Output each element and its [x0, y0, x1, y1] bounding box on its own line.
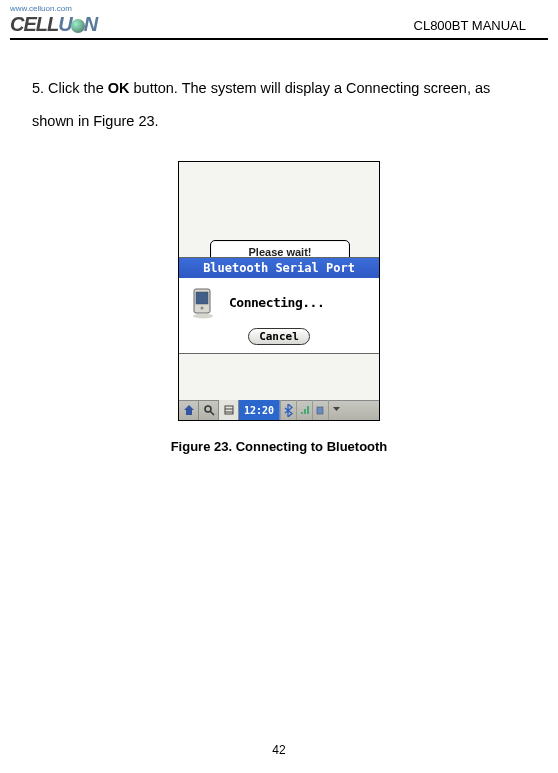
pda-device-icon [189, 286, 219, 320]
card-tray-icon[interactable] [312, 400, 328, 420]
dialog-button-row: Cancel [179, 326, 379, 353]
page-number: 42 [0, 743, 558, 757]
logo-block: www.celluon.com CELL U N [10, 4, 97, 36]
figure-container: Please wait! Bluetooth Serial Port Conne… [32, 161, 526, 421]
taskbar-clock[interactable]: 12:20 [239, 400, 280, 420]
instruction-bold: OK [108, 80, 130, 96]
logo-text-left: CELL [10, 13, 58, 36]
connecting-status: Connecting... [229, 295, 324, 310]
svg-rect-9 [301, 412, 303, 414]
svg-rect-10 [304, 409, 306, 414]
celluon-logo: CELL U N [10, 13, 97, 36]
logo-text-right: N [84, 13, 97, 36]
logo-url: www.celluon.com [10, 4, 97, 13]
dialog-title: Bluetooth Serial Port [179, 258, 379, 278]
device-screenshot: Please wait! Bluetooth Serial Port Conne… [178, 161, 380, 421]
svg-rect-6 [225, 406, 233, 414]
svg-rect-12 [317, 407, 323, 414]
bluetooth-tray-icon[interactable] [280, 400, 296, 420]
search-button[interactable] [199, 400, 219, 420]
instruction-prefix: 5. Click the [32, 80, 108, 96]
manual-title: CL800BT MANUAL [414, 18, 526, 36]
logo-u-char: U [58, 13, 71, 36]
cancel-button[interactable]: Cancel [248, 328, 310, 345]
svg-line-5 [210, 412, 214, 416]
home-button[interactable] [179, 400, 199, 420]
svg-rect-1 [196, 292, 208, 304]
menu-button[interactable] [219, 400, 239, 420]
taskbar-tray [280, 400, 379, 420]
signal-tray-icon[interactable] [296, 400, 312, 420]
body-content: 5. Click the OK button. The system will … [0, 40, 558, 454]
dialog-body: Connecting... [179, 278, 379, 326]
expand-tray-icon[interactable] [328, 400, 344, 420]
bluetooth-dialog: Bluetooth Serial Port Connecting... Canc… [179, 257, 379, 354]
taskbar: 12:20 [179, 400, 379, 420]
svg-point-3 [193, 313, 213, 318]
svg-point-2 [201, 306, 204, 309]
svg-rect-11 [307, 406, 309, 414]
svg-point-4 [205, 406, 211, 412]
logo-orb-icon [71, 19, 85, 33]
page-header: www.celluon.com CELL U N CL800BT MANUAL [0, 0, 558, 38]
instruction-text: 5. Click the OK button. The system will … [32, 72, 526, 139]
figure-caption: Figure 23. Connecting to Bluetooth [32, 439, 526, 454]
